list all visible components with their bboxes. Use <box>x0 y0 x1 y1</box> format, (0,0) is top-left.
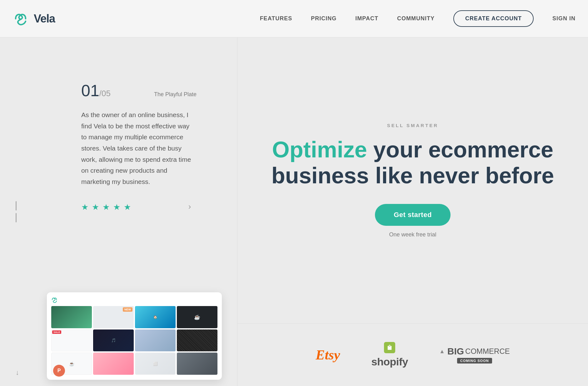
product-cell-2: NEW <box>93 306 134 328</box>
vela-logo-icon <box>12 11 29 27</box>
testimonial-source: The Playful Plate <box>154 91 197 98</box>
shopify-wordmark: shopify <box>371 356 408 368</box>
free-trial-label: One week free trial <box>389 231 436 238</box>
next-testimonial-button[interactable]: › <box>183 200 197 214</box>
left-panel: 01/05 The Playful Plate As the owner of … <box>0 37 237 386</box>
main-nav: FEATURES PRICING IMPACT COMMUNITY CREATE… <box>260 10 576 27</box>
scroll-bar-2 <box>16 213 17 222</box>
counter-current: 01 <box>81 82 99 100</box>
user-avatar: P <box>53 365 65 377</box>
bigcommerce-logo-area: ▲ BIG COMMERCE COMING SOON <box>439 346 510 364</box>
testimonial-area: 01/05 The Playful Plate As the owner of … <box>0 37 237 286</box>
nav-impact[interactable]: IMPACT <box>355 15 378 22</box>
etsy-logo: Etsy <box>316 347 340 363</box>
testimonial-footer: ★ ★ ★ ★ ★ › <box>81 200 197 214</box>
card-logo-icon <box>51 297 57 303</box>
commerce-text: COMMERCE <box>465 347 510 356</box>
bc-arrow-icon: ▲ <box>439 348 445 355</box>
main-content: 01/05 The Playful Plate As the owner of … <box>0 37 588 386</box>
testimonial-body: As the owner of an online business, I fi… <box>81 109 197 187</box>
star-4: ★ <box>113 202 122 211</box>
product-cell-11: ⬜ <box>135 353 176 375</box>
product-cell-10 <box>93 353 134 375</box>
scroll-bar-1 <box>16 201 17 210</box>
counter-display: 01/05 <box>81 81 111 100</box>
star-2: ★ <box>92 202 101 211</box>
coming-soon-badge: COMING SOON <box>457 358 492 364</box>
create-account-button[interactable]: CREATE ACCOUNT <box>453 10 534 27</box>
star-5: ★ <box>124 202 132 211</box>
scroll-down-indicator[interactable]: ↓ <box>16 369 19 377</box>
scroll-indicator <box>16 199 17 224</box>
big-text: BIG <box>447 346 464 357</box>
scroll-down-arrow: ↓ <box>16 369 19 377</box>
product-cell-12 <box>177 353 217 375</box>
right-panel: SELL SMARTER Optimize your ecommerce bus… <box>237 37 588 386</box>
product-cell-7 <box>135 329 176 352</box>
shopify-bag-icon <box>384 342 395 353</box>
partner-logos-section: Etsy shopify ▲ BIG COMMERCE <box>237 324 588 386</box>
testimonial-header: 01/05 The Playful Plate <box>81 81 197 100</box>
nav-pricing[interactable]: PRICING <box>311 15 336 22</box>
product-cell-4: ☕ <box>177 306 217 328</box>
star-1: ★ <box>81 202 90 211</box>
product-cell-3: 🏠 <box>135 306 176 328</box>
card-header <box>51 297 217 303</box>
svg-rect-0 <box>389 346 391 346</box>
header: Vela FEATURES PRICING IMPACT COMMUNITY C… <box>0 0 588 37</box>
nav-features[interactable]: FEATURES <box>260 15 292 22</box>
star-3: ★ <box>102 202 111 211</box>
product-cell-6: 🎵 <box>93 329 134 352</box>
get-started-button[interactable]: Get started <box>375 204 451 226</box>
product-grid: NEW 🏠 ☕ SALE 🎵 <box>51 306 217 375</box>
sign-in-link[interactable]: SIGN IN <box>552 15 576 22</box>
etsy-logo-area: Etsy <box>316 347 340 363</box>
nav-community[interactable]: COMMUNITY <box>397 15 435 22</box>
hero-highlight-text: Optimize <box>272 137 367 162</box>
counter-total: /05 <box>99 89 111 98</box>
star-rating: ★ ★ ★ ★ ★ <box>81 202 132 211</box>
product-cell-1 <box>51 306 92 328</box>
product-cell-5: SALE <box>51 329 92 352</box>
logo-link[interactable]: Vela <box>12 11 55 27</box>
sell-label: SELL SMARTER <box>387 123 438 128</box>
product-cell-8 <box>177 329 217 352</box>
shopify-logo-area: shopify <box>371 342 408 368</box>
logo-wordmark: Vela <box>34 12 55 25</box>
product-grid-card: NEW 🏠 ☕ SALE 🎵 <box>47 292 222 380</box>
product-preview-area: NEW 🏠 ☕ SALE 🎵 <box>47 292 234 386</box>
hero-headline: Optimize your ecommerce business like ne… <box>262 137 563 189</box>
bigcommerce-wordmark: ▲ BIG COMMERCE <box>439 346 510 357</box>
hero-section: SELL SMARTER Optimize your ecommerce bus… <box>237 37 588 324</box>
